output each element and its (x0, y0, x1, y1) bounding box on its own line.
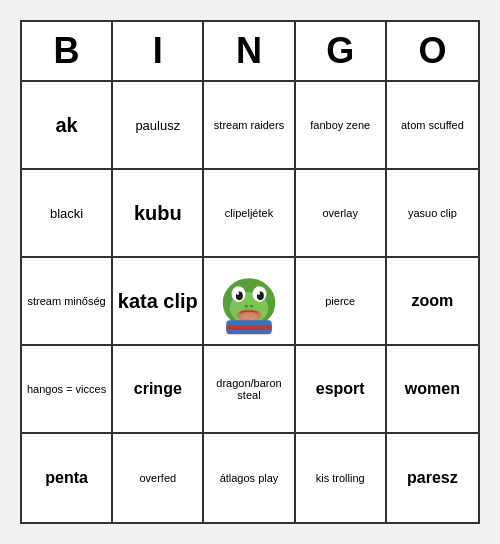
header-n: N (204, 22, 295, 80)
bingo-grid: ak paulusz stream raiders fanboy zene at… (22, 82, 478, 522)
cell-12-pepe (204, 258, 295, 346)
svg-point-12 (245, 305, 249, 308)
header-b: B (22, 22, 113, 80)
cell-1: paulusz (113, 82, 204, 170)
header-i: I (113, 22, 204, 80)
svg-point-7 (257, 291, 260, 295)
cell-14: zoom (387, 258, 478, 346)
cell-16: cringe (113, 346, 204, 434)
cell-0: ak (22, 82, 113, 170)
bingo-card: B I N G O ak paulusz stream raiders fanb… (20, 20, 480, 524)
cell-5: blacki (22, 170, 113, 258)
cell-15: hangos = vicces (22, 346, 113, 434)
pepe-frog (214, 266, 284, 336)
cell-10: stream minőség (22, 258, 113, 346)
header-g: G (296, 22, 387, 80)
cell-22: átlagos play (204, 434, 295, 522)
cell-13: pierce (296, 258, 387, 346)
cell-21: overfed (113, 434, 204, 522)
cell-7: clipeljétek (204, 170, 295, 258)
cell-3: fanboy zene (296, 82, 387, 170)
cell-8: overlay (296, 170, 387, 258)
svg-rect-11 (226, 326, 272, 330)
bingo-header: B I N G O (22, 22, 478, 82)
cell-6: kubu (113, 170, 204, 258)
header-o: O (387, 22, 478, 80)
svg-point-13 (250, 305, 254, 308)
cell-9: yasuo clip (387, 170, 478, 258)
cell-17: dragon/baron steal (204, 346, 295, 434)
cell-11: kata clip (113, 258, 204, 346)
cell-4: atom scuffed (387, 82, 478, 170)
cell-24: paresz (387, 434, 478, 522)
cell-23: kis trolling (296, 434, 387, 522)
cell-2: stream raiders (204, 82, 295, 170)
cell-18: esport (296, 346, 387, 434)
svg-point-6 (236, 291, 239, 295)
cell-19: women (387, 346, 478, 434)
svg-point-9 (240, 313, 258, 320)
cell-20: penta (22, 434, 113, 522)
